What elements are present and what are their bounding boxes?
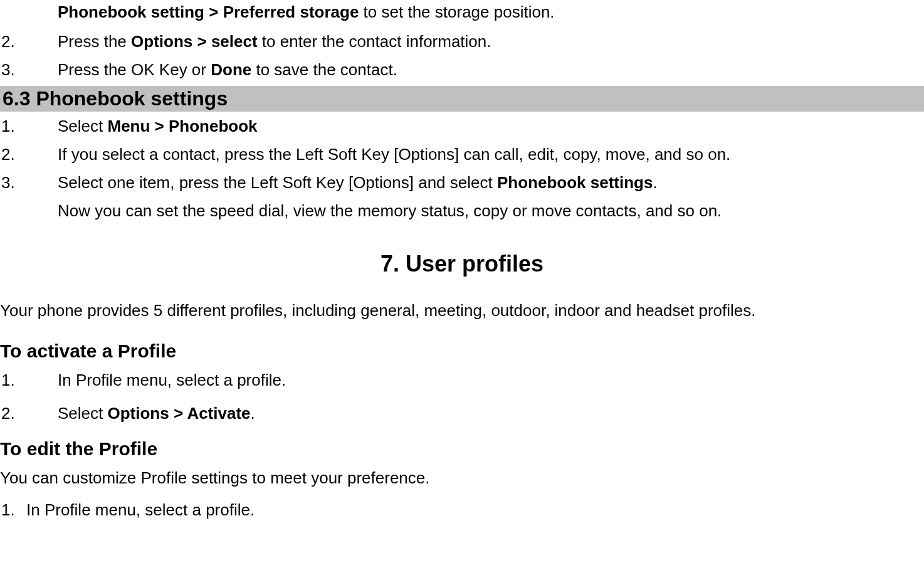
text: to set the storage position.	[359, 3, 554, 21]
text: Press the OK Key or	[58, 60, 211, 79]
text: Select one item, press the Left Soft Key…	[58, 173, 497, 192]
list-text: Select one item, press the Left Soft Key…	[58, 171, 658, 195]
list-text: If you select a contact, press the Left …	[58, 142, 730, 167]
text: .	[653, 173, 657, 192]
text: Select	[58, 117, 108, 135]
text: to save the contact.	[251, 60, 397, 79]
paragraph: Now you can set the speed dial, view the…	[0, 199, 924, 223]
list-item: 2. Press the Options > select to enter t…	[0, 29, 924, 54]
text-bold: Phonebook setting > Preferred storage	[58, 3, 359, 21]
continuation-line: Phonebook setting > Preferred storage to…	[0, 0, 924, 24]
sub-heading-activate: To activate a Profile	[0, 340, 924, 362]
list-item: 3. Select one item, press the Left Soft …	[0, 171, 924, 195]
paragraph: Your phone provides 5 different profiles…	[0, 298, 924, 323]
list-text: Select Menu > Phonebook	[58, 114, 258, 139]
text: Press the	[58, 32, 131, 51]
text-bold: Phonebook settings	[497, 173, 653, 192]
list-text: Select Options > Activate.	[58, 401, 255, 426]
list-item: 1. Select Menu > Phonebook	[0, 114, 924, 139]
document-page: Phonebook setting > Preferred storage to…	[0, 0, 924, 522]
text-bold: Done	[211, 60, 251, 79]
text-bold: Options > Activate	[108, 404, 251, 423]
list-number: 2.	[0, 142, 58, 167]
list-number: 1.	[0, 498, 19, 522]
list-number: 1.	[0, 114, 58, 139]
text: Select	[58, 404, 108, 423]
list-number: 1.	[0, 368, 58, 393]
list-item: 1. In Profile menu, select a profile.	[0, 498, 924, 522]
sub-heading-edit: To edit the Profile	[0, 438, 924, 460]
paragraph: You can customize Profile settings to me…	[0, 466, 924, 490]
list-number: 3.	[0, 58, 58, 82]
text: .	[251, 404, 255, 423]
list-text: In Profile menu, select a profile.	[58, 368, 286, 393]
list-item: 3. Press the OK Key or Done to save the …	[0, 58, 924, 82]
list-text: Press the Options > select to enter the …	[58, 29, 491, 54]
list-text: Press the OK Key or Done to save the con…	[58, 58, 397, 82]
list-number: 3.	[0, 171, 58, 195]
list-item: 1. In Profile menu, select a profile.	[0, 368, 924, 393]
list-number: 2.	[0, 29, 58, 54]
list-item: 2. If you select a contact, press the Le…	[0, 142, 924, 167]
text: to enter the contact information.	[258, 32, 491, 51]
text-bold: Options > select	[131, 32, 258, 51]
list-text: In Profile menu, select a profile.	[19, 498, 255, 522]
list-item: 2. Select Options > Activate.	[0, 401, 924, 426]
list-number: 2.	[0, 401, 58, 426]
section-heading-6-3: 6.3 Phonebook settings	[0, 86, 924, 112]
text-bold: Menu > Phonebook	[108, 117, 258, 135]
section-heading-7: 7. User profiles	[0, 251, 924, 277]
